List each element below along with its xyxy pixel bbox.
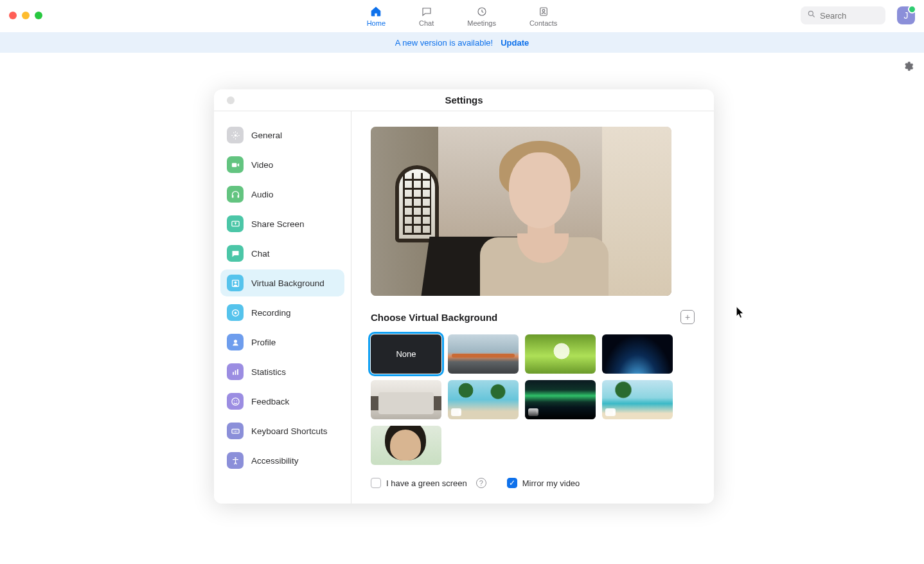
nav-label: Contacts — [529, 19, 557, 27]
nav-contacts[interactable]: Contacts — [526, 3, 561, 30]
portrait-icon — [227, 275, 244, 291]
screen-icon — [227, 215, 244, 232]
sidebar-general[interactable]: General — [220, 122, 344, 149]
bg-none[interactable]: None — [371, 334, 441, 374]
sidebar-keyboard-shortcuts[interactable]: Keyboard Shortcuts — [220, 417, 344, 444]
cursor-icon — [736, 306, 745, 319]
svg-rect-6 — [231, 195, 233, 197]
sidebar-accessibility[interactable]: Accessibility — [220, 447, 344, 474]
settings-sidebar: General Video Audio Share Screen Chat Vi… — [214, 111, 351, 504]
nav-tabs: Home Chat Meetings Contacts — [363, 3, 562, 30]
checkbox-box: ✓ — [507, 478, 517, 488]
search-box[interactable] — [801, 6, 885, 24]
bg-palm-beach[interactable] — [448, 380, 519, 419]
checkbox-label: Mirror my video — [522, 478, 580, 488]
clock-icon — [475, 5, 488, 18]
green-screen-checkbox[interactable]: I have a green screen ? — [371, 478, 486, 488]
sidebar-feedback[interactable]: Feedback — [220, 388, 344, 415]
bg-kitchen[interactable] — [371, 380, 441, 419]
record-icon — [227, 304, 244, 321]
search-input[interactable] — [820, 11, 878, 21]
accessibility-icon — [227, 452, 244, 469]
sidebar-label: Accessibility — [251, 456, 299, 466]
chat-icon — [420, 5, 433, 18]
sidebar-virtual-background[interactable]: Virtual Background — [220, 269, 344, 296]
svg-point-12 — [234, 311, 236, 314]
nav-chat[interactable]: Chat — [415, 3, 438, 30]
sidebar-share-screen[interactable]: Share Screen — [220, 210, 344, 237]
sidebar-label: Keyboard Shortcuts — [251, 426, 328, 436]
sidebar-statistics[interactable]: Statistics — [220, 358, 344, 385]
help-icon[interactable]: ? — [476, 478, 486, 488]
svg-point-21 — [235, 457, 236, 459]
video-icon — [227, 156, 244, 173]
sidebar-label: Video — [251, 160, 273, 170]
section-title: Choose Virtual Background — [371, 312, 497, 323]
nav-label: Home — [367, 19, 386, 27]
bg-aurora[interactable] — [525, 380, 596, 419]
svg-point-2 — [542, 10, 545, 12]
bg-space[interactable] — [602, 334, 673, 374]
smile-icon — [227, 393, 244, 410]
update-button[interactable]: Update — [501, 38, 529, 48]
home-icon — [369, 5, 382, 18]
modal-title: Settings — [445, 95, 483, 105]
checkbox-label: I have a green screen — [386, 478, 467, 488]
settings-modal: Settings General Video Audio Share Scree… — [214, 89, 714, 504]
sidebar-label: Recording — [251, 308, 291, 318]
mirror-video-checkbox[interactable]: ✓ Mirror my video — [507, 478, 580, 488]
update-banner: A new version is available! Update — [0, 32, 924, 53]
contacts-icon — [537, 5, 550, 18]
keyboard-icon — [227, 423, 244, 439]
top-nav: Home Chat Meetings Contacts J — [0, 0, 924, 32]
sidebar-label: Share Screen — [251, 219, 305, 229]
svg-point-13 — [234, 340, 237, 343]
nav-home[interactable]: Home — [363, 3, 389, 30]
nav-label: Chat — [419, 19, 434, 27]
nav-meetings[interactable]: Meetings — [463, 3, 500, 30]
bar-chart-icon — [227, 363, 244, 380]
search-icon — [807, 10, 816, 21]
settings-pane: Choose Virtual Background + None — [351, 111, 714, 504]
bg-grass[interactable] — [525, 334, 596, 374]
bg-tropical-beach[interactable] — [602, 380, 673, 419]
sidebar-label: Audio — [251, 190, 274, 199]
sidebar-label: Statistics — [251, 367, 286, 377]
bg-bridge[interactable] — [448, 334, 519, 374]
sidebar-label: Feedback — [251, 397, 289, 406]
svg-rect-14 — [233, 372, 234, 374]
chat-icon — [227, 245, 244, 262]
avatar[interactable]: J — [897, 6, 915, 24]
background-grid: None — [371, 334, 695, 465]
svg-point-17 — [231, 397, 238, 405]
svg-rect-20 — [231, 429, 238, 433]
svg-point-18 — [233, 400, 235, 401]
checkbox-box — [371, 478, 381, 488]
user-icon — [227, 334, 244, 350]
svg-point-19 — [236, 400, 237, 401]
svg-rect-5 — [231, 163, 236, 167]
sidebar-label: Profile — [251, 338, 276, 347]
options-row: I have a green screen ? ✓ Mirror my vide… — [371, 478, 695, 488]
svg-point-4 — [234, 134, 236, 136]
sidebar-audio[interactable]: Audio — [220, 181, 344, 208]
banner-message: A new version is available! — [395, 38, 493, 48]
sidebar-profile[interactable]: Profile — [220, 329, 344, 356]
svg-rect-7 — [237, 195, 239, 197]
bg-custom-portrait[interactable] — [371, 426, 441, 465]
nav-label: Meetings — [467, 19, 496, 27]
svg-rect-15 — [235, 370, 236, 375]
sidebar-recording[interactable]: Recording — [220, 299, 344, 326]
avatar-initial: J — [904, 10, 909, 21]
video-badge-icon — [605, 408, 616, 416]
bg-label: None — [396, 349, 416, 359]
sidebar-chat[interactable]: Chat — [220, 240, 344, 267]
modal-header: Settings — [214, 89, 714, 111]
headphones-icon — [227, 186, 244, 203]
settings-gear-icon[interactable] — [903, 61, 914, 74]
sidebar-video[interactable]: Video — [220, 151, 344, 178]
modal-close[interactable] — [227, 96, 235, 104]
sidebar-label: Virtual Background — [251, 278, 324, 288]
svg-rect-16 — [237, 369, 238, 375]
add-background-button[interactable]: + — [680, 310, 695, 324]
